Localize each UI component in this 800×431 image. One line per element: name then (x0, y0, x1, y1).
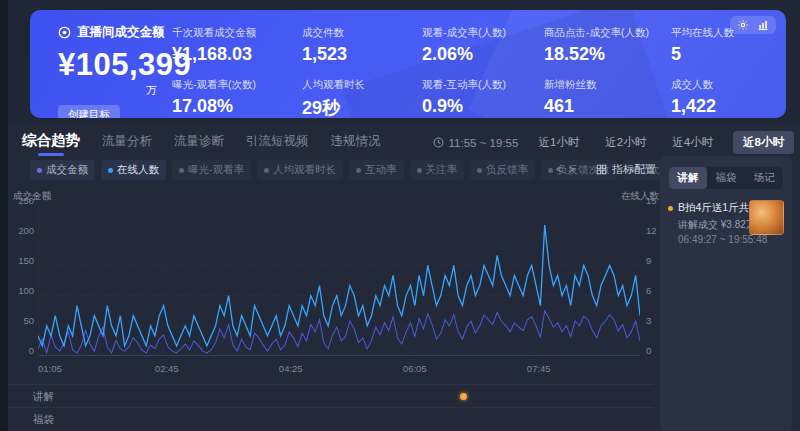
trend-chart[interactable] (38, 205, 640, 356)
tab-short-video[interactable]: 引流短视频 (246, 133, 309, 150)
metric-value: 461 (544, 96, 671, 117)
range-button-4h[interactable]: 近4小时 (666, 131, 719, 154)
dot-icon (264, 168, 269, 173)
metric-label: 人均观看时长 (302, 78, 422, 92)
item-title: B拍4斤送1斤共35-4... (678, 201, 754, 215)
gmv-banner: 直播间成交金额 ¥105,399 万 创建目标 千次观看成交金额¥1,168.0… (30, 10, 786, 118)
metric-value: ¥1,168.03 (172, 44, 302, 65)
metric-value: 18.52% (544, 44, 671, 65)
gmv-amount: ¥105,399 (58, 49, 188, 80)
dot-icon (417, 168, 422, 173)
metric-config-button[interactable]: 指标配置 (596, 162, 656, 177)
left-axis-ticks: 250 200 150 100 50 0 (6, 201, 34, 351)
tab-traffic-analysis[interactable]: 流量分析 (102, 133, 152, 150)
metric-value: 29秒 (302, 96, 422, 118)
metric-label: 观看-成交率(人数) (422, 26, 544, 40)
product-thumbnail (749, 200, 784, 235)
metric-label: 曝光-观看率(次数) (172, 78, 302, 92)
explain-marker-dot[interactable] (460, 393, 467, 400)
explain-list-item[interactable]: B拍4斤送1斤共35-4... 讲解成交 ¥3.82万 06:49:27 ~ 1… (668, 200, 784, 254)
explain-track-row: 讲解 (8, 384, 654, 407)
online-users-line (38, 225, 640, 346)
chips-prev-arrow[interactable]: < (556, 163, 562, 175)
chip-exposure-view-rate[interactable]: 曝光-观看率 (172, 160, 251, 180)
metric-label: 成交人数 (671, 78, 786, 92)
time-range-text: 11:55 ~ 19:55 (449, 137, 519, 149)
banner-title-label: 直播间成交金额 (77, 24, 165, 41)
side-tab-luckybag[interactable]: 福袋 (707, 167, 745, 189)
range-button-1h[interactable]: 近1小时 (532, 131, 585, 154)
gmv-line (38, 311, 640, 353)
chip-interaction-rate[interactable]: 互动率 (349, 160, 404, 180)
clock-icon (433, 137, 444, 148)
chip-negative-feedback-rate[interactable]: 负反馈率 (470, 160, 535, 180)
metric-value: 5 (671, 44, 786, 65)
item-bullet-icon (668, 206, 673, 211)
item-gmv: 讲解成交 ¥3.82万 (678, 218, 756, 232)
chip-gmv[interactable]: 成交金额 (30, 160, 95, 180)
tab-overall-trend[interactable]: 综合趋势 (22, 131, 80, 156)
time-range-display: 11:55 ~ 19:55 (433, 137, 519, 149)
side-tab-explain[interactable]: 讲解 (669, 167, 707, 189)
stats-icon[interactable] (757, 19, 769, 31)
track-label-explain: 讲解 (33, 390, 54, 404)
chip-avg-watch-time[interactable]: 人均观看时长 (257, 160, 343, 180)
dot-icon (548, 168, 553, 173)
dot-icon (356, 168, 361, 173)
chips-next-arrow[interactable]: > (568, 163, 574, 175)
metric-label: 商品点击-成交率(人数) (544, 26, 671, 40)
metric-value: 2.06% (422, 44, 544, 65)
range-button-8h[interactable]: 近8小时 (733, 131, 794, 154)
luckybag-track-row: 福袋 (8, 407, 654, 430)
metric-label: 成交件数 (302, 26, 422, 40)
tab-traffic-diagnosis[interactable]: 流量诊断 (174, 133, 224, 150)
gear-icon[interactable] (737, 19, 749, 31)
config-grid-icon (596, 164, 607, 175)
banner-metrics: 千次观看成交金额¥1,168.03 成交件数1,523 观看-成交率(人数)2.… (172, 26, 786, 116)
item-time-range: 06:49:27 ~ 19:55:48 (678, 234, 767, 245)
dot-icon (477, 168, 482, 173)
trend-lines (38, 205, 640, 356)
dot-icon (179, 168, 184, 173)
metric-value: 1,422 (671, 96, 786, 117)
online-dot-icon (108, 168, 113, 173)
track-label-luckybag: 福袋 (33, 413, 54, 427)
metric-label: 新增粉丝数 (544, 78, 671, 92)
create-goal-button[interactable]: 创建目标 (58, 105, 120, 118)
chip-follow-rate[interactable]: 关注率 (410, 160, 465, 180)
gmv-dot-icon (37, 168, 42, 173)
side-panel: 讲解 福袋 场记 B拍4斤送1斤共35-4... 讲解成交 ¥3.82万 06:… (660, 156, 792, 431)
side-tab-session-notes[interactable]: 场记 (745, 167, 783, 189)
chip-online-users[interactable]: 在线人数 (101, 160, 166, 180)
metric-label: 观看-互动率(人数) (422, 78, 544, 92)
section-tabs: 综合趋势 流量分析 流量诊断 引流短视频 违规情况 (22, 131, 381, 156)
target-icon (58, 26, 71, 39)
metric-label: 千次观看成交金额 (172, 26, 302, 40)
metric-value: 0.9% (422, 96, 544, 117)
metric-value: 1,523 (302, 44, 422, 65)
range-button-2h[interactable]: 近2小时 (599, 131, 652, 154)
side-panel-tabs: 讲解 福袋 场记 (669, 167, 783, 189)
metric-value: 17.08% (172, 96, 302, 117)
x-axis-ticks: 01:05 02:45 04:25 06:05 07:45 (38, 363, 640, 375)
tab-violations[interactable]: 违规情况 (331, 133, 381, 150)
